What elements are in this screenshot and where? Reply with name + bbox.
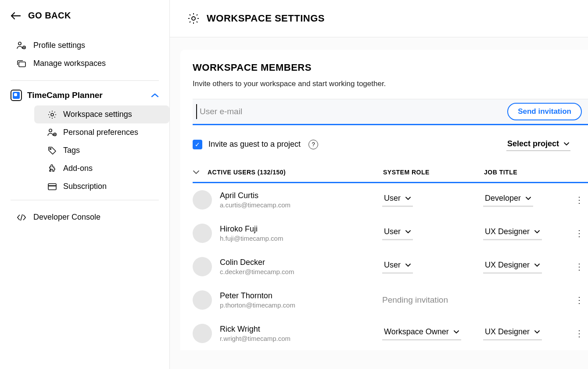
workspace-name: TimeCamp Planner <box>27 90 146 100</box>
content-area: WORKSPACE MEMBERS Invite others to your … <box>170 37 588 369</box>
avatar <box>193 190 212 210</box>
card-title: WORKSPACE MEMBERS <box>193 62 588 73</box>
project-select-label: Select project <box>507 139 559 148</box>
user-email: r.wright@timecamp.com <box>220 335 382 342</box>
svg-point-4 <box>49 129 52 131</box>
svg-point-0 <box>18 42 21 44</box>
role-value: Workspace Owner <box>384 327 449 336</box>
workspaces-icon <box>17 60 26 68</box>
user-email: c.decker@timecamp.com <box>220 268 382 275</box>
sidebar-label: Tags <box>63 146 80 155</box>
user-email: h.fuji@timecamp.com <box>220 235 382 242</box>
sidebar-item-subscription[interactable]: Subscription <box>34 177 169 195</box>
avatar <box>193 224 212 243</box>
role-value: User <box>384 227 401 236</box>
table-row: Hiroko Fujih.fuji@timecamp.comUserUX Des… <box>193 217 588 250</box>
chevron-down-icon <box>405 263 411 268</box>
user-email: p.thorton@timecamp.com <box>220 301 382 309</box>
project-select[interactable]: Select project <box>506 137 570 151</box>
sidebar-item-workspace-settings[interactable]: Workspace settings <box>34 105 169 123</box>
role-select[interactable]: User <box>382 226 413 240</box>
role-select[interactable]: Workspace Owner <box>382 326 461 340</box>
chevron-down-icon <box>525 196 531 201</box>
puzzle-icon <box>47 164 57 173</box>
gear-icon <box>47 110 57 119</box>
sidebar-item-developer[interactable]: Developer Console <box>11 208 159 226</box>
sidebar-label: Subscription <box>63 182 107 191</box>
chevron-down-icon <box>405 196 411 201</box>
sidebar-section-top: Profile settings Manage workspaces <box>0 33 169 76</box>
more-menu-icon[interactable]: ⋮ <box>575 261 588 272</box>
job-select[interactable]: Developer <box>483 193 533 207</box>
avatar <box>193 257 212 276</box>
user-col: April Curtisa.curtis@timecamp.com <box>220 191 382 209</box>
svg-point-8 <box>192 17 195 20</box>
job-value: Developer <box>485 194 521 203</box>
collapse-icon[interactable] <box>193 170 208 175</box>
user-col: Peter Thorntonp.thorton@timecamp.com <box>220 291 382 309</box>
chevron-down-icon <box>534 230 540 234</box>
chevron-down-icon <box>405 230 411 234</box>
user-col: Rick Wrightr.wright@timecamp.com <box>220 325 382 342</box>
user-name: Peter Thornton <box>220 291 382 300</box>
job-col: UX Designer <box>483 226 575 240</box>
profile-icon <box>17 41 26 50</box>
invite-bar: Send invitation <box>193 99 588 125</box>
send-invitation-button[interactable]: Send invitation <box>507 103 582 120</box>
job-select[interactable]: UX Designer <box>483 260 542 274</box>
role-select[interactable]: User <box>382 260 413 274</box>
user-col: Colin Deckerc.decker@timecamp.com <box>220 258 382 275</box>
email-input[interactable] <box>196 104 507 119</box>
job-value: UX Designer <box>485 260 530 270</box>
check-icon: ✓ <box>195 141 200 148</box>
svg-rect-7 <box>48 184 56 190</box>
code-icon <box>17 214 26 221</box>
sidebar-item-personal-prefs[interactable]: Personal preferences <box>34 123 169 141</box>
chevron-down-icon <box>534 263 540 268</box>
sidebar-label: Add-ons <box>63 164 93 173</box>
more-menu-icon[interactable]: ⋮ <box>575 228 588 239</box>
pending-label: Pending invitation <box>382 295 448 304</box>
go-back-button[interactable]: GO BACK <box>0 11 169 33</box>
divider <box>11 200 159 200</box>
job-select[interactable]: UX Designer <box>483 326 542 340</box>
sidebar-item-tags[interactable]: Tags <box>34 141 169 159</box>
job-select[interactable]: UX Designer <box>483 226 542 240</box>
role-select[interactable]: User <box>382 193 413 207</box>
sidebar-item-addons[interactable]: Add-ons <box>34 159 169 177</box>
role-col: User <box>382 193 483 207</box>
sidebar-label: Personal preferences <box>63 128 138 137</box>
sidebar-item-profile[interactable]: Profile settings <box>11 36 159 54</box>
workspace-sub-items: Workspace settings Personal preferences … <box>0 105 169 195</box>
avatar <box>193 324 212 343</box>
workspace-header[interactable]: TimeCamp Planner <box>0 85 169 105</box>
job-value: UX Designer <box>485 227 530 236</box>
user-name: Hiroko Fuji <box>220 224 382 234</box>
sidebar: GO BACK Profile settings Manage workspac… <box>0 0 170 369</box>
user-email: a.curtis@timecamp.com <box>220 201 382 209</box>
go-back-label: GO BACK <box>28 11 71 21</box>
job-col: Developer <box>483 193 575 207</box>
role-value: User <box>384 194 401 203</box>
table-header: ACTIVE USERS (132/150) SYSTEM ROLE JOB T… <box>193 160 588 183</box>
tag-icon <box>47 146 57 155</box>
user-rows: April Curtisa.curtis@timecamp.comUserDev… <box>193 183 588 350</box>
table-row: Colin Deckerc.decker@timecamp.comUserUX … <box>193 250 588 283</box>
more-menu-icon[interactable]: ⋮ <box>575 328 588 339</box>
sidebar-item-manage[interactable]: Manage workspaces <box>11 54 159 72</box>
user-name: April Curtis <box>220 191 382 200</box>
card-icon <box>47 183 57 190</box>
user-gear-icon <box>47 128 57 137</box>
guest-label: Invite as guest to a project <box>208 140 301 149</box>
members-card: WORKSPACE MEMBERS Invite others to your … <box>180 50 588 350</box>
more-menu-icon[interactable]: ⋮ <box>575 195 588 205</box>
help-icon[interactable]: ? <box>308 140 318 149</box>
job-value: UX Designer <box>485 327 530 336</box>
guest-row: ✓ Invite as guest to a project ? Select … <box>193 125 588 160</box>
divider <box>11 80 159 81</box>
more-menu-icon[interactable]: ⋮ <box>575 295 588 305</box>
svg-point-6 <box>50 148 51 149</box>
th-system-role: SYSTEM ROLE <box>383 169 484 176</box>
guest-checkbox[interactable]: ✓ <box>193 140 202 149</box>
main-header: WORKSPACE SETTINGS <box>170 0 588 37</box>
